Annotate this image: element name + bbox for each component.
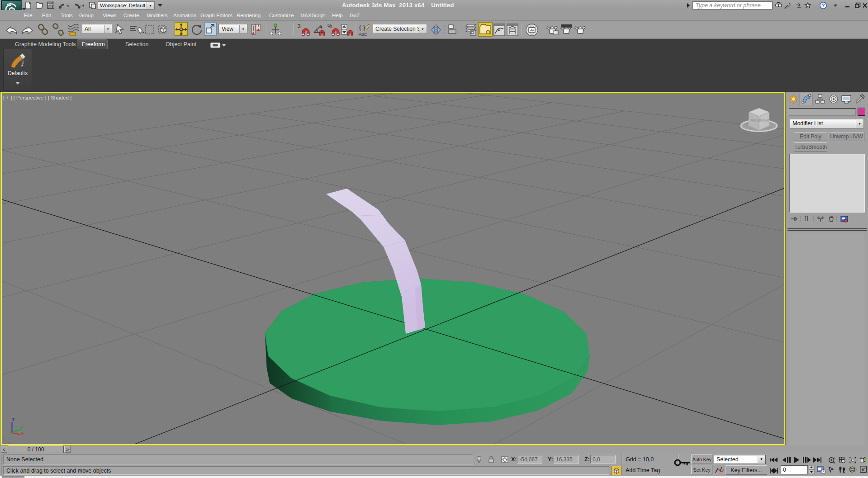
svg-text:FRONT: FRONT (750, 119, 760, 122)
svg-text:z: z (12, 417, 14, 422)
svg-text:y: y (20, 425, 23, 430)
svg-text:x: x (21, 431, 24, 436)
svg-text:RIGHT: RIGHT (760, 119, 769, 122)
svg-text:ABC: ABC (359, 32, 367, 37)
svg-text:±: ± (834, 456, 836, 460)
svg-text:%: % (327, 23, 332, 29)
svg-text:?: ? (822, 3, 825, 8)
svg-text:{}: {} (358, 24, 366, 32)
svg-text:3: 3 (298, 23, 301, 29)
